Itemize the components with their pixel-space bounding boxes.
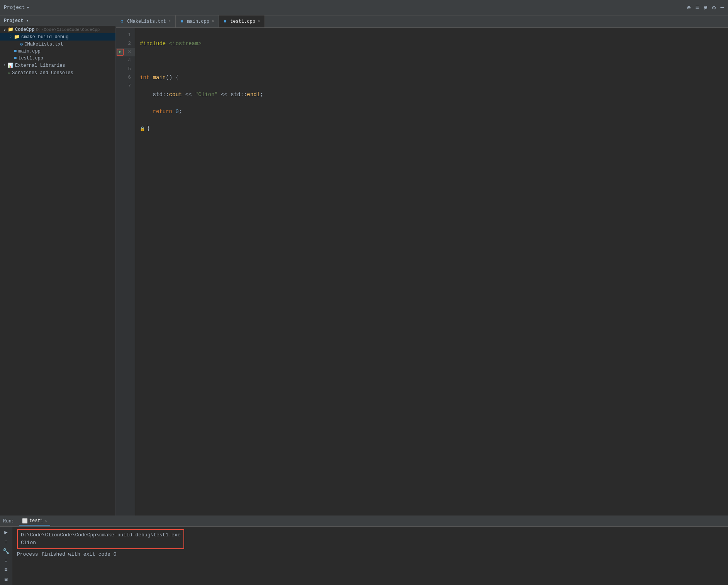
run-button[interactable]: ▶ xyxy=(117,49,124,56)
ext-libs-label: External Libraries xyxy=(15,63,65,68)
sidebar-item-cmakelists[interactable]: ⚙ CMakeLists.txt xyxy=(0,41,115,48)
sidebar-item-scratches[interactable]: ✏ Scratches and Consoles xyxy=(0,69,115,76)
main-area: Project ▾ ∨ 📁 CodeCpp D:\Code\ClionCode\… xyxy=(0,15,728,515)
ext-libs-arrow: › xyxy=(2,63,8,68)
sidebar-item-main-cpp[interactable]: ■ main.cpp xyxy=(0,48,115,55)
sidebar-item-codecpp[interactable]: ∨ 📁 CodeCpp D:\Code\ClionCode\CodeCpp xyxy=(0,26,115,33)
run-side-icon[interactable]: ▶ xyxy=(4,529,7,536)
sidebar-header[interactable]: Project ▾ xyxy=(0,15,115,26)
console-finished: Process finished with exit code 0 xyxy=(17,551,116,557)
codecpp-folder-icon: 📁 xyxy=(8,27,14,32)
console-area[interactable]: D:\Code\ClionCode\CodeCpp\cmake-build-de… xyxy=(12,527,728,585)
run-label: Run: xyxy=(3,519,14,524)
bottom-panel: Run: ⬜ test1 × ▶ ↑ 🔧 ↓ ≡ ⊟ D:\Code\Clion… xyxy=(0,515,728,585)
line-num-1: 1 xyxy=(116,31,135,39)
line-3-code: int main() { xyxy=(140,75,179,81)
terminal-side-icon[interactable]: ⊟ xyxy=(4,576,7,583)
build-icon[interactable]: ⊕ xyxy=(687,4,691,12)
cmake-tab-close[interactable]: × xyxy=(168,19,171,24)
codecpp-arrow: ∨ xyxy=(2,27,8,32)
wrench-side-icon[interactable]: 🔧 xyxy=(3,548,9,554)
main-cpp-icon: ■ xyxy=(14,49,17,54)
run-arrow-icon: ▶ xyxy=(119,48,121,56)
line-num-2: 2 xyxy=(116,39,135,48)
test1-cpp-icon: ■ xyxy=(14,56,17,61)
test1-tab-icon: ■ xyxy=(224,19,226,24)
line-num-6: 6 xyxy=(116,73,135,82)
project-label: Project xyxy=(4,5,25,10)
line-6-code: 🔒} xyxy=(140,125,150,132)
sidebar-header-label: Project ▾ xyxy=(4,18,29,24)
cmake-tab-label: CMakeLists.txt xyxy=(127,19,166,24)
settings-icon[interactable]: ⚙ xyxy=(712,4,716,12)
tab-test1-cpp[interactable]: ■ test1.cpp × xyxy=(219,15,265,27)
bottom-sidebar: ▶ ↑ 🔧 ↓ ≡ ⊟ xyxy=(0,527,12,585)
bottom-tab-test1[interactable]: ⬜ test1 × xyxy=(19,517,50,526)
sidebar-item-external-libs[interactable]: › 📊 External Libraries xyxy=(0,62,115,69)
editor-area: ⚙ CMakeLists.txt × ■ main.cpp × ■ test1.… xyxy=(116,15,728,515)
codecpp-label: CodeCpp xyxy=(15,27,34,32)
cmake-file-icon: ⚙ xyxy=(20,41,23,47)
project-sidebar: Project ▾ ∨ 📁 CodeCpp D:\Code\ClionCode\… xyxy=(0,15,116,515)
test1-cpp-label: test1.cpp xyxy=(18,56,43,61)
list2-icon[interactable]: ≢ xyxy=(704,4,708,12)
cmakelists-label: CMakeLists.txt xyxy=(24,42,63,47)
code-content[interactable]: #include <iostream> int main() { std::co… xyxy=(135,28,728,515)
cmake-build-arrow: › xyxy=(8,35,14,39)
main-tab-label: main.cpp xyxy=(187,19,209,24)
console-output-box: D:\Code\ClionCode\CodeCpp\cmake-build-de… xyxy=(17,529,184,549)
line-num-5: 5 xyxy=(116,65,135,73)
up-side-icon[interactable]: ↑ xyxy=(4,539,7,545)
sidebar-item-cmake-build[interactable]: › 📁 cmake-build-debug xyxy=(0,33,115,41)
console-output-line: Clion xyxy=(21,539,180,547)
project-dropdown-arrow: ▾ xyxy=(27,5,30,11)
bottom-tabs: Run: ⬜ test1 × xyxy=(0,516,728,527)
line-numbers: 1 2 ▶ 3 4 5 6 7 xyxy=(116,28,135,515)
line-1-code: #include <iostream> xyxy=(140,41,202,47)
list-side-icon[interactable]: ≡ xyxy=(4,567,7,573)
minimize-icon[interactable]: — xyxy=(720,4,724,11)
sidebar-item-test1-cpp[interactable]: ■ test1.cpp xyxy=(0,55,115,62)
codecpp-path: D:\Code\ClionCode\CodeCpp xyxy=(36,27,100,32)
ext-libs-icon: 📊 xyxy=(8,63,14,68)
tab-main-cpp[interactable]: ■ main.cpp × xyxy=(176,15,219,27)
test1-tab-label: test1.cpp xyxy=(230,19,255,24)
bottom-content: ▶ ↑ 🔧 ↓ ≡ ⊟ D:\Code\ClionCode\CodeCpp\cm… xyxy=(0,527,728,585)
bottom-tab-label: test1 xyxy=(29,518,43,524)
top-toolbar: Project ▾ ⊕ ≡ ≢ ⚙ — xyxy=(0,0,728,15)
cmake-build-label: cmake-build-debug xyxy=(21,34,68,40)
tab-bar: ⚙ CMakeLists.txt × ■ main.cpp × ■ test1.… xyxy=(116,15,728,28)
line-num-7: 7 xyxy=(116,82,135,90)
main-tab-close[interactable]: × xyxy=(212,19,214,24)
line-num-4: 4 xyxy=(116,56,135,65)
code-editor[interactable]: 1 2 ▶ 3 4 5 6 7 #include <iostream> int … xyxy=(116,28,728,515)
bottom-tab-icon: ⬜ xyxy=(22,518,28,524)
main-tab-icon: ■ xyxy=(180,19,183,24)
console-path-line: D:\Code\ClionCode\CodeCpp\cmake-build-de… xyxy=(21,531,180,539)
toolbar-icons: ⊕ ≡ ≢ ⚙ — xyxy=(687,4,724,12)
cmake-build-folder-icon: 📁 xyxy=(14,34,20,40)
test1-tab-close[interactable]: × xyxy=(258,19,260,24)
main-cpp-label: main.cpp xyxy=(18,49,41,54)
line-num-3: ▶ 3 xyxy=(116,48,135,56)
line-5-code: return 0; xyxy=(140,109,182,115)
project-dropdown[interactable]: Project ▾ xyxy=(4,5,29,11)
scratches-label: Scratches and Consoles xyxy=(12,70,73,76)
bottom-tab-close[interactable]: × xyxy=(45,519,47,523)
tab-cmakelists[interactable]: ⚙ CMakeLists.txt × xyxy=(116,15,176,27)
scratches-icon: ✏ xyxy=(8,70,10,76)
cmake-tab-icon: ⚙ xyxy=(120,19,123,24)
down-side-icon[interactable]: ↓ xyxy=(4,558,7,564)
line-4-code: std::cout << "Clion" << std::endl; xyxy=(140,92,263,98)
list-icon[interactable]: ≡ xyxy=(696,4,699,11)
